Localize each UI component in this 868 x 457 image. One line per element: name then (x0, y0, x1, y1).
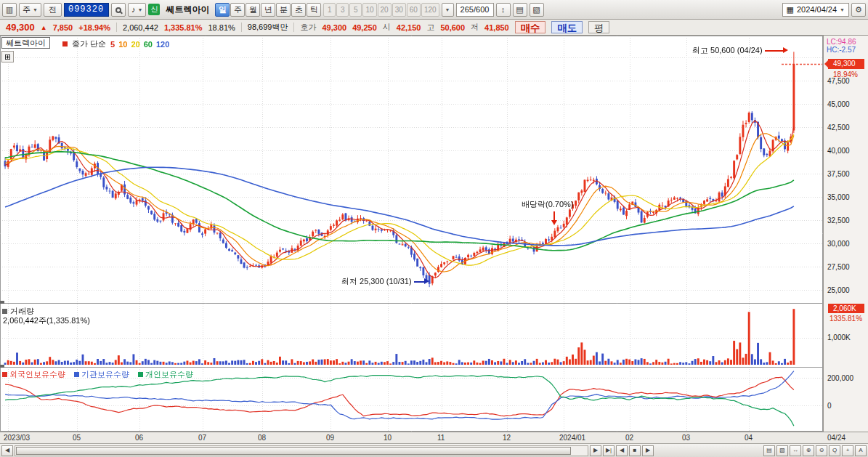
go-end-button[interactable]: ▶| (603, 445, 615, 456)
price-tick: 30,000 (827, 240, 850, 248)
board-icon[interactable]: ▤ (513, 3, 527, 17)
minute-3[interactable]: 3 (336, 3, 349, 17)
price-axis[interactable]: LC:94.86 HC:-2.57 49,300 18.94% 47,50045… (823, 36, 868, 432)
nav-button-group: ▶|◀■▶ (603, 445, 654, 456)
date-picker[interactable]: ▦ 2024/04/24 ▼ (782, 3, 849, 17)
low-annotation-text: 최저 25,300 (10/31) (341, 276, 412, 287)
sell-button[interactable]: 매도 (551, 21, 583, 33)
timeframe-group: 일주월년분초틱 (215, 3, 321, 17)
volume-pct-marker: 1335.81% (830, 315, 862, 323)
holdings-series-label: 외국인보유수량 (9, 369, 65, 380)
zoom-in-icon[interactable]: ⊕ (803, 445, 814, 456)
holdings-legend-item: 외국인보유수량 (2, 369, 65, 380)
add-icon[interactable]: + (842, 445, 853, 456)
price-tick: 45,000 (827, 100, 850, 108)
chevron-down-icon: ▼ (445, 7, 450, 12)
chart-tool-icon[interactable]: ⊞ (1, 51, 14, 62)
high-label: 고 (426, 22, 434, 33)
page-right-button[interactable]: ▶ (642, 445, 654, 456)
minute-120[interactable]: 120 (421, 3, 439, 17)
price-tick: 35,000 (827, 193, 850, 201)
timeframe-일[interactable]: 일 (215, 3, 230, 17)
chart-title-chip[interactable]: 쎄트렉아이 (1, 37, 50, 49)
ma-period-5: 5 (110, 40, 115, 49)
period-combo[interactable]: 주 ▼ (19, 3, 41, 17)
open-price: 42,150 (397, 23, 421, 32)
timeframe-초[interactable]: 초 (291, 3, 306, 17)
calendar-icon: ▦ (787, 5, 794, 15)
current-price: 49,300 (6, 22, 35, 33)
minute-1[interactable]: 1 (323, 3, 336, 17)
volume-value: 2,060,442 (123, 23, 158, 32)
holdings-axis-tick: 200,000 (827, 374, 853, 382)
screen-capture-icon[interactable]: ▧ (530, 3, 544, 17)
dividend-annotation-text: 배당락(0.70%) (522, 199, 574, 210)
avg-button[interactable]: 평 (588, 21, 609, 33)
minute-20[interactable]: 20 (378, 3, 392, 17)
price-tick: 47,500 (827, 77, 850, 85)
zoom-out-icon[interactable]: ⊖ (816, 445, 827, 456)
main-toolbar: ▥ 주 ▼ 전 099320 ♪ ▼ 신 쎄트렉아이 일주월년분초틱 13510… (0, 0, 868, 20)
time-tick: 02 (625, 434, 633, 442)
ma-period-10: 10 (118, 40, 127, 49)
time-tick: 2024/01 (559, 434, 585, 442)
quote-bar: 49,300 ▲ 7,850 +18.94% 2,060,442 1,335.8… (0, 20, 868, 36)
lc-value: LC:94.86 (827, 38, 856, 46)
ma-period-20: 20 (131, 40, 139, 49)
auto-scale-button[interactable]: A (855, 445, 867, 456)
price-tick: 25,000 (827, 286, 850, 294)
sound-alert-combo[interactable]: ♪ ▼ (128, 3, 146, 17)
hc-value: HC:-2.57 (827, 46, 856, 54)
price-tick: 40,000 (827, 147, 850, 155)
interval-combo[interactable]: ▼ (442, 3, 454, 17)
price-tick: 42,500 (827, 124, 850, 132)
divider (241, 23, 242, 32)
hoga-label: 호가 (300, 22, 316, 33)
scroll-right-button[interactable]: ▶ (590, 445, 601, 456)
compare-icon[interactable]: ↕ (496, 3, 511, 17)
chevron-down-icon: ▼ (840, 7, 845, 12)
prev-stock-button[interactable]: 전 (44, 3, 62, 17)
ma-period-60: 60 (144, 40, 153, 49)
minute-60[interactable]: 60 (407, 3, 421, 17)
pattern-icon[interactable]: ▧ (776, 445, 788, 456)
scroll-left-button[interactable]: ◀ (1, 445, 13, 456)
fit-width-icon[interactable]: ↔ (790, 445, 801, 456)
buy-button[interactable]: 매수 (515, 21, 546, 33)
search-icon[interactable] (111, 3, 126, 17)
time-axis: 2023/0305060708091011122024/01020304 04/… (0, 432, 868, 443)
minute-30[interactable]: 30 (392, 3, 406, 17)
low-price: 41,850 (484, 23, 509, 32)
ma-legend-label: 종가 단순 (72, 39, 106, 49)
time-tick: 03 (682, 434, 690, 442)
timeframe-월[interactable]: 월 (246, 3, 260, 17)
low-label: 저 (471, 22, 479, 33)
volume-rate: 1,335.81% (164, 23, 203, 32)
time-tick: 05 (73, 434, 81, 442)
holdings-legend-item: 기관보유수량 (74, 369, 129, 380)
timeframe-주[interactable]: 주 (230, 3, 245, 17)
page-left-button[interactable]: ◀ (616, 445, 628, 456)
scrollbar-thumb[interactable] (16, 447, 571, 455)
low-annotation: 최저 25,300 (10/31) (341, 276, 425, 287)
chart-scrollbar[interactable] (15, 445, 588, 456)
multi-chart-icon[interactable]: ▤ (763, 445, 775, 456)
time-tick: 07 (198, 434, 206, 442)
stop-button[interactable]: ■ (629, 445, 641, 456)
holdings-axis-tick: 0 (827, 402, 832, 410)
candle-count-field[interactable]: 265/600 (456, 3, 494, 17)
stock-code-input[interactable]: 099320 (64, 3, 109, 17)
settings-gear-icon[interactable]: ⚙ (851, 3, 866, 17)
holdings-series-label: 개인보유수량 (145, 369, 193, 380)
quick-search-icon[interactable]: Q (829, 445, 840, 456)
price-tick: 37,500 (827, 170, 850, 178)
timeframe-틱[interactable]: 틱 (307, 3, 321, 17)
price-change-pct: +18.94% (78, 23, 110, 32)
timeframe-분[interactable]: 분 (276, 3, 291, 17)
minute-10[interactable]: 10 (362, 3, 376, 17)
new-listing-badge: 신 (148, 4, 160, 15)
chart-menu-icon[interactable]: ▥ (2, 3, 17, 17)
minute-5[interactable]: 5 (349, 3, 362, 17)
time-tick: 06 (135, 434, 143, 442)
timeframe-년[interactable]: 년 (261, 3, 275, 17)
